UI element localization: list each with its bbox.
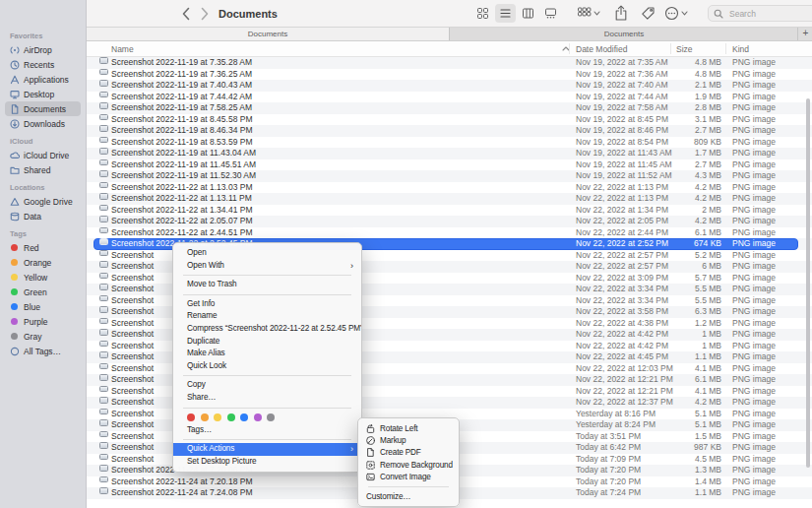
menu-item-open[interactable]: Open xyxy=(173,247,361,260)
menu-item-compress-screenshot-2022-11-22-at-2-52-45-pm[interactable]: Compress “Screenshot 2022-11-22 at 2.52.… xyxy=(173,323,361,336)
column-header: Name Date Modified Size Kind xyxy=(87,41,812,57)
file-size: 1.7 MB xyxy=(695,148,721,159)
table-row[interactable]: Screenshot 2022-11-22 at 2.05.07 PMNov 2… xyxy=(87,216,812,227)
search-input[interactable] xyxy=(727,8,812,20)
sidebar-item-recents[interactable]: Recents xyxy=(5,57,81,72)
table-row[interactable]: Screenshot 2022-11-22 at 2.44.51 PMNov 2… xyxy=(87,227,812,239)
search-field[interactable] xyxy=(708,5,812,22)
tag-dot-icon[interactable] xyxy=(240,413,248,421)
menu-item-make-alias[interactable]: Make Alias xyxy=(173,348,361,360)
column-view-button[interactable] xyxy=(518,4,538,23)
list-view-button[interactable] xyxy=(495,4,516,23)
file-size: 5.5 MB xyxy=(695,295,721,307)
tag-dot-icon[interactable] xyxy=(187,413,195,421)
table-row[interactable]: Screenshot 2022-11-19 at 8.46.34 PMNov 1… xyxy=(87,125,812,137)
sidebar-item-tag-gray[interactable]: Gray xyxy=(5,329,81,344)
forward-button[interactable] xyxy=(197,6,212,22)
file-kind: PNG image xyxy=(732,205,776,217)
file-kind: PNG image xyxy=(732,250,776,262)
menu-item-quick-look[interactable]: Quick Look xyxy=(173,360,361,373)
tag-dot-icon[interactable] xyxy=(267,413,275,421)
tag-button[interactable] xyxy=(641,4,656,23)
file-size: 2.7 MB xyxy=(695,159,721,171)
table-row[interactable]: Screenshot 2022-11-19 at 7.44.42 AMNov 1… xyxy=(87,92,812,103)
file-thumbnail-icon xyxy=(99,476,108,483)
tab-documents-active[interactable]: Documents xyxy=(87,28,449,40)
table-row[interactable]: Screenshot 2022-11-19 at 7.40.43 AMNov 1… xyxy=(87,80,812,92)
menu-item-duplicate[interactable]: Duplicate xyxy=(173,336,361,349)
icon-view-button[interactable] xyxy=(472,4,493,23)
sidebar-item-data[interactable]: Data xyxy=(5,209,81,223)
menu-item-copy[interactable]: Copy xyxy=(173,379,361,392)
sidebar-item-airdrop[interactable]: AirDrop xyxy=(5,42,81,57)
sidebar-item-tag-blue[interactable]: Blue xyxy=(5,299,81,314)
sidebar-item-tag-yellow[interactable]: Yellow xyxy=(5,270,81,285)
new-tab-button[interactable]: + xyxy=(797,28,812,40)
submenu-item-customize[interactable]: Customize… xyxy=(358,490,459,502)
sidebar-item-tag-orange[interactable]: Orange xyxy=(5,255,81,270)
table-row[interactable]: Screenshot 2022-11-19 at 7.58.25 AMNov 1… xyxy=(87,102,812,114)
sidebar-item-documents[interactable]: Documents xyxy=(5,101,81,116)
sidebar-item-applications[interactable]: Applications xyxy=(5,72,81,87)
column-date-modified[interactable]: Date Modified xyxy=(576,44,627,54)
menu-item-quick-actions[interactable]: Quick Actions› xyxy=(173,443,361,456)
file-kind: PNG image xyxy=(732,92,776,103)
table-row[interactable]: Screenshot 2022-11-19 at 8.45.58 PMNov 1… xyxy=(87,114,812,126)
table-row[interactable]: Screenshot 2022-11-22 at 1.34.41 PMNov 2… xyxy=(87,205,812,217)
table-row[interactable]: Screenshot 2022-11-19 at 7.36.25 AMNov 1… xyxy=(87,69,812,81)
submenu-item-label: Convert Image xyxy=(380,473,431,481)
table-row[interactable]: Screenshot 2022-11-19 at 11.52.30 AMNov … xyxy=(87,170,812,182)
menu-item-open-with[interactable]: Open With› xyxy=(173,260,361,273)
sidebar-item-downloads[interactable]: Downloads xyxy=(5,116,81,131)
back-button[interactable] xyxy=(179,6,194,22)
file-thumbnail-icon xyxy=(99,182,108,189)
file-size: 5.1 MB xyxy=(695,409,721,420)
submenu-item-rotate-left[interactable]: Rotate Left xyxy=(358,422,459,434)
group-button[interactable] xyxy=(577,4,600,23)
menu-item-move-to-trash[interactable]: Move to Trash xyxy=(173,279,361,291)
table-row[interactable]: Screenshot 2022-11-19 at 7.35.28 AMNov 1… xyxy=(87,57,812,69)
file-name: Screenshot xyxy=(111,454,154,466)
menu-item-rename[interactable]: Rename xyxy=(173,310,361,323)
file-thumbnail-icon xyxy=(99,419,108,426)
submenu-item-create-pdf[interactable]: Create PDF xyxy=(358,447,459,459)
menu-item-share[interactable]: Share… xyxy=(173,392,361,405)
file-date-modified: Nov 19, 2022 at 8:54 PM xyxy=(576,137,668,149)
sidebar-item-shared[interactable]: Shared xyxy=(5,162,81,177)
sidebar-item-label: iCloud Drive xyxy=(24,151,69,160)
file-size: 4.8 MB xyxy=(695,57,721,69)
gallery-view-button[interactable] xyxy=(540,4,561,23)
table-row[interactable]: Screenshot 2022-11-22 at 1.13.11 PMNov 2… xyxy=(87,193,812,205)
table-row[interactable]: Screenshot 2022-11-19 at 11.43.04 AMNov … xyxy=(87,148,812,159)
sidebar-item-icloud-drive[interactable]: iCloud Drive xyxy=(5,148,81,162)
column-name[interactable]: Name xyxy=(111,44,134,54)
tag-dot-icon[interactable] xyxy=(227,413,235,421)
sidebar-item-tag-green[interactable]: Green xyxy=(5,285,81,299)
vertical-scrollbar[interactable] xyxy=(806,98,810,468)
menu-item-get-info[interactable]: Get Info xyxy=(173,298,361,311)
tag-dot-icon[interactable] xyxy=(214,413,221,421)
file-thumbnail-icon xyxy=(99,409,108,415)
submenu-item-remove-background[interactable]: Remove Background xyxy=(358,459,459,471)
column-size[interactable]: Size xyxy=(676,44,693,54)
column-kind[interactable]: Kind xyxy=(732,44,749,54)
tab-documents-inactive[interactable]: Documents xyxy=(449,28,798,40)
share-button[interactable] xyxy=(614,4,628,23)
submenu-item-markup[interactable]: Markup xyxy=(358,434,459,446)
table-row[interactable]: Screenshot 2022-11-19 at 8.53.59 PMNov 1… xyxy=(87,137,812,149)
sidebar-item-tag-red[interactable]: Red xyxy=(5,240,81,255)
menu-item-set-desktop-picture[interactable]: Set Desktop Picture xyxy=(173,456,361,469)
table-row[interactable]: Screenshot 2022-11-19 at 11.45.51 AMNov … xyxy=(87,159,812,171)
menu-item-tags[interactable]: Tags… xyxy=(173,424,361,437)
create-pdf-icon xyxy=(366,448,375,457)
sidebar-item-google-drive[interactable]: Google Drive xyxy=(5,194,81,209)
sidebar-item-all-tags[interactable]: All Tags… xyxy=(5,344,81,358)
sidebar-item-tag-purple[interactable]: Purple xyxy=(5,314,81,329)
more-button[interactable] xyxy=(664,4,688,23)
submenu-item-convert-image[interactable]: Convert Image xyxy=(358,472,459,483)
file-size: 5.5 MB xyxy=(695,284,721,295)
sidebar-item-desktop[interactable]: Desktop xyxy=(5,87,81,101)
tag-dot-icon[interactable] xyxy=(254,413,262,421)
table-row[interactable]: Screenshot 2022-11-22 at 1.13.03 PMNov 2… xyxy=(87,182,812,194)
tag-dot-icon[interactable] xyxy=(201,413,209,421)
